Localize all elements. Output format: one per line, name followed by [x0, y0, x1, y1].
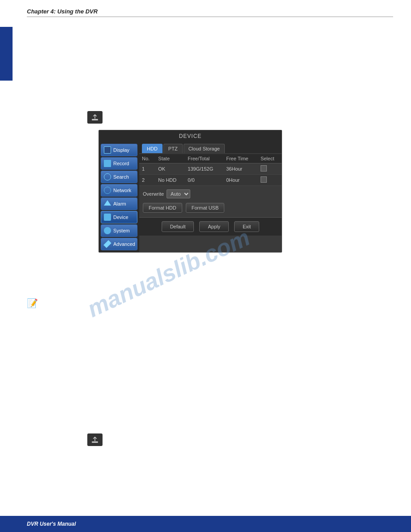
device-dialog: DEVICE Display Record Search Network A — [98, 130, 282, 253]
note-icon-wrap: 📝 — [27, 298, 38, 309]
default-button[interactable]: Default — [162, 221, 194, 232]
sidebar-btn-alarm[interactable]: Alarm — [101, 197, 137, 210]
row2-select[interactable] — [258, 175, 282, 186]
upload-icon-second — [87, 433, 103, 446]
col-free-time: Free Time — [223, 154, 258, 163]
globe-icon — [104, 187, 111, 194]
col-free-total: Free/Total — [185, 154, 223, 163]
row1-state: OK — [155, 163, 185, 175]
row2-checkbox[interactable] — [261, 176, 267, 183]
sidebar-btn-search[interactable]: Search — [101, 171, 137, 183]
overwrite-select[interactable]: Auto Off — [167, 189, 190, 198]
upload-arrow-icon2 — [91, 436, 99, 444]
device-dialog-body: Display Record Search Network Alarm Devi… — [99, 142, 282, 252]
dialog-sidebar: Display Record Search Network Alarm Devi… — [99, 142, 139, 252]
row1-select[interactable] — [258, 163, 282, 175]
camera-icon — [104, 160, 111, 167]
tab-ptz[interactable]: PTZ — [163, 144, 183, 153]
tab-cloud-storage[interactable]: Cloud Storage — [184, 144, 225, 153]
tab-hdd[interactable]: HDD — [142, 144, 163, 153]
upload-arrow-icon — [91, 113, 99, 121]
upload-icon-box2 — [87, 433, 103, 446]
table-row: 2 No HDD 0/0 0Hour — [139, 175, 282, 186]
row2-no: 2 — [139, 175, 155, 186]
exit-button[interactable]: Exit — [234, 221, 259, 232]
wrench-icon — [103, 239, 113, 249]
overwrite-row: Overwrite Auto Off — [139, 186, 282, 202]
sidebar-btn-display-label: Display — [113, 147, 129, 153]
hdd-table-header: No. State Free/Total Free Time Select — [139, 154, 282, 163]
page-footer: DVR User's Manual — [0, 516, 411, 532]
sidebar-btn-advanced[interactable]: Advanced — [101, 238, 137, 250]
hdd-table: No. State Free/Total Free Time Select 1 … — [139, 154, 282, 186]
footer-text: DVR User's Manual — [27, 521, 76, 527]
hdd-table-body: 1 OK 139G/152G 36Hour 2 No HDD 0/0 0Hour — [139, 163, 282, 186]
row1-free-total: 139G/152G — [185, 163, 223, 175]
col-no: No. — [139, 154, 155, 163]
dialog-main-panel: HDD PTZ Cloud Storage No. State Free/Tot… — [139, 142, 282, 252]
search-icon — [104, 173, 111, 180]
sidebar-btn-alarm-label: Alarm — [113, 201, 126, 206]
sidebar-btn-advanced-label: Advanced — [113, 241, 135, 247]
monitor-icon — [104, 146, 111, 154]
page-header: Chapter 4: Using the DVR — [27, 8, 393, 17]
apply-button[interactable]: Apply — [199, 221, 229, 232]
sidebar-btn-record-label: Record — [113, 161, 129, 166]
chapter-title: Chapter 4: Using the DVR — [27, 8, 393, 17]
table-row: 1 OK 139G/152G 36Hour — [139, 163, 282, 175]
row2-state: No HDD — [155, 175, 185, 186]
col-state: State — [155, 154, 185, 163]
row1-checkbox[interactable] — [261, 165, 267, 172]
bell-icon — [104, 200, 111, 207]
sidebar-btn-search-label: Search — [113, 174, 129, 180]
device-dialog-title: DEVICE — [99, 130, 282, 142]
sidebar-btn-device-label: Device — [113, 215, 128, 220]
sidebar-btn-network[interactable]: Network — [101, 184, 137, 197]
sidebar-btn-system[interactable]: System — [101, 224, 137, 237]
sidebar-btn-record[interactable]: Record — [101, 157, 137, 170]
dialog-tabs: HDD PTZ Cloud Storage — [139, 142, 282, 153]
note-icon: 📝 — [27, 298, 38, 308]
sidebar-btn-display[interactable]: Display — [101, 144, 137, 156]
dialog-actions: Default Apply Exit — [139, 217, 282, 236]
sidebar-btn-device[interactable]: Device — [101, 211, 137, 223]
overwrite-label: Overwrite — [143, 191, 164, 197]
col-select: Select — [258, 154, 282, 163]
sidebar-btn-network-label: Network — [113, 188, 131, 193]
hdd-icon — [104, 214, 111, 221]
upload-icon-first — [87, 111, 103, 124]
row2-free-total: 0/0 — [185, 175, 223, 186]
row2-free-time: 0Hour — [223, 175, 258, 186]
sidebar-btn-system-label: System — [113, 228, 130, 233]
row1-no: 1 — [139, 163, 155, 175]
format-hdd-button[interactable]: Format HDD — [143, 203, 182, 213]
format-usb-button[interactable]: Format USB — [186, 203, 225, 213]
gear-icon — [104, 227, 111, 234]
upload-icon-box — [87, 111, 103, 124]
format-row: Format HDD Format USB — [139, 202, 282, 217]
row1-free-time: 36Hour — [223, 163, 258, 175]
side-tab — [0, 27, 13, 81]
